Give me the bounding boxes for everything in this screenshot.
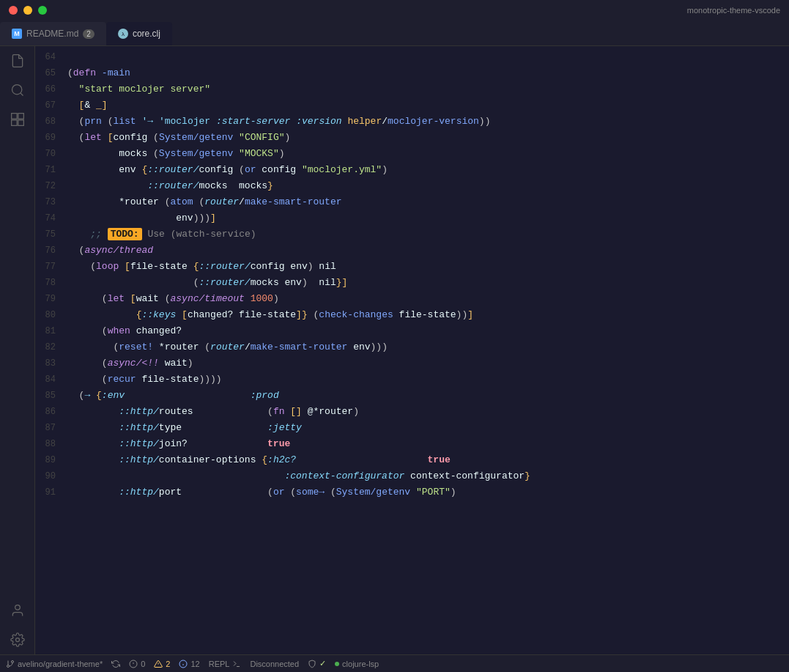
line-number: 71: [38, 165, 67, 175]
repl-label: REPL: [209, 660, 230, 668]
error-icon: [129, 660, 138, 668]
line-number: 78: [38, 278, 67, 288]
close-button[interactable]: [9, 6, 18, 15]
tab-readme-badge: 2: [83, 29, 95, 39]
table-row: 91 ::http/port (or (some→ (System/getenv…: [35, 484, 789, 501]
svg-point-0: [12, 85, 21, 95]
line-number: 75: [38, 229, 67, 240]
line-content: (let [wait (async/timeout 1000): [67, 291, 786, 307]
minimize-button[interactable]: [23, 6, 32, 15]
line-content: (prn (list '→ 'moclojer :start-server :v…: [67, 114, 786, 130]
table-row: 80 {::keys [changed? file-state]} (check…: [35, 307, 789, 323]
sidebar-icon-files[interactable]: [9, 52, 26, 70]
line-number: 72: [38, 181, 67, 191]
line-number: 64: [38, 52, 67, 62]
clj-icon: λ: [118, 29, 128, 39]
table-row: 67 [& _]: [35, 97, 789, 114]
sidebar-icon-extensions[interactable]: [9, 111, 26, 128]
connection-label: Disconnected: [250, 660, 299, 668]
window-title: monotropic-theme-vscode: [687, 6, 780, 15]
svg-rect-4: [11, 120, 17, 126]
status-lsp[interactable]: clojure-lsp: [335, 660, 379, 668]
status-repl[interactable]: REPL: [209, 660, 242, 668]
svg-rect-3: [18, 114, 23, 119]
line-number: 83: [38, 358, 67, 369]
line-number: 84: [38, 374, 67, 385]
sidebar: [0, 46, 35, 654]
info-count: 12: [190, 660, 199, 668]
md-icon: M: [12, 29, 22, 39]
status-shield[interactable]: ✓: [308, 659, 326, 668]
table-row: 87 ::http/type :jetty: [35, 420, 789, 436]
warning-count: 2: [166, 660, 170, 668]
line-number: 69: [38, 133, 67, 143]
line-number: 80: [38, 310, 67, 320]
line-content: (async/<!! wait): [67, 355, 786, 372]
table-row: 70 mocks (System/getenv "MOCKS"): [35, 146, 789, 162]
line-content: (→ {:env :prod: [67, 388, 786, 404]
line-content: ::http/join? true: [67, 436, 786, 452]
tab-core[interactable]: λ core.clj: [106, 22, 172, 45]
status-warnings[interactable]: 2: [154, 660, 170, 668]
status-info[interactable]: 12: [179, 660, 199, 668]
sidebar-icon-settings[interactable]: [9, 631, 26, 649]
line-content: (let [config (System/getenv "CONFIG"): [67, 130, 786, 146]
table-row: 65(defn -main: [35, 65, 789, 81]
table-row: 84 (recur file-state)))): [35, 372, 789, 388]
statusbar: avelino/gradient-theme* 0 2 12 REPL: [0, 654, 789, 672]
line-number: 70: [38, 149, 67, 159]
line-content: *router (atom (router/make-smart-router: [67, 194, 786, 210]
table-row: 86 ::http/routes (fn [] @*router): [35, 404, 789, 420]
table-row: 89 ::http/container-options {:h2c? true: [35, 452, 789, 468]
line-number: 85: [38, 391, 67, 401]
line-content: ::http/routes (fn [] @*router): [67, 404, 786, 420]
svg-line-1: [20, 93, 23, 96]
line-number: 66: [38, 84, 67, 95]
line-content: (::router/mocks env) nil}]: [67, 275, 786, 291]
line-number: 88: [38, 439, 67, 449]
line-content: "start moclojer server": [67, 81, 786, 97]
table-row: 82 (reset! *router (router/make-smart-ro…: [35, 339, 789, 355]
table-row: 68 (prn (list '→ 'moclojer :start-server…: [35, 114, 789, 130]
line-number: 79: [38, 294, 67, 304]
svg-point-9: [12, 660, 14, 662]
sidebar-icon-search[interactable]: [9, 81, 26, 99]
svg-point-7: [15, 638, 19, 642]
line-content: :context-configurator context-configurat…: [67, 468, 786, 484]
svg-point-10: [7, 665, 10, 667]
table-row: 64: [35, 49, 789, 65]
status-sync[interactable]: [111, 660, 120, 668]
line-content: (async/thread: [67, 243, 786, 259]
table-row: 71 env {::router/config (or config "mocl…: [35, 162, 789, 178]
line-content: [& _]: [67, 97, 786, 114]
table-row: 81 (when changed?: [35, 323, 789, 339]
table-row: 76 (async/thread: [35, 243, 789, 259]
branch-name: avelino/gradient-theme*: [18, 660, 103, 668]
status-errors[interactable]: 0: [129, 660, 145, 668]
line-content: ::http/type :jetty: [67, 420, 786, 436]
line-content: mocks (System/getenv "MOCKS"): [67, 146, 786, 162]
maximize-button[interactable]: [38, 6, 47, 15]
table-row: 73 *router (atom (router/make-smart-rout…: [35, 194, 789, 210]
sidebar-icon-account[interactable]: [9, 602, 26, 619]
line-number: 82: [38, 342, 67, 352]
status-connection[interactable]: Disconnected: [250, 660, 299, 668]
lsp-label: clojure-lsp: [342, 660, 379, 668]
tab-readme[interactable]: M README.md 2: [0, 22, 106, 45]
error-count: 0: [141, 660, 145, 668]
line-number: 77: [38, 262, 67, 272]
line-content: (defn -main: [67, 65, 786, 81]
table-row: 88 ::http/join? true: [35, 436, 789, 452]
editor-container: 6465(defn -main66 "start moclojer server…: [0, 46, 789, 654]
svg-rect-2: [11, 114, 17, 119]
line-number: 67: [38, 100, 67, 111]
repl-icon: [232, 660, 241, 668]
line-content: (reset! *router (router/make-smart-route…: [67, 339, 786, 355]
line-number: 65: [38, 68, 67, 78]
status-branch[interactable]: avelino/gradient-theme*: [6, 660, 103, 668]
line-number: 89: [38, 455, 67, 465]
line-content: ::router/mocks mocks}: [67, 178, 786, 194]
code-editor[interactable]: 6465(defn -main66 "start moclojer server…: [35, 46, 789, 654]
titlebar: monotropic-theme-vscode: [0, 0, 789, 21]
tab-bar: M README.md 2 λ core.clj: [0, 21, 789, 46]
